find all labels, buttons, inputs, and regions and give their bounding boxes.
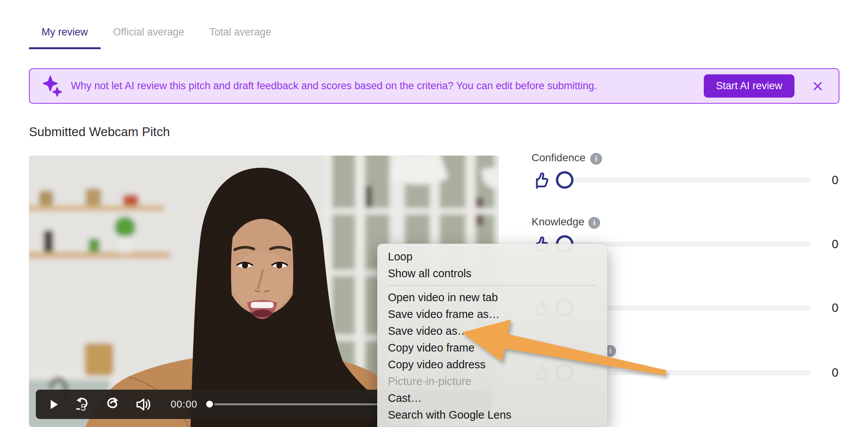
play-icon bbox=[50, 399, 59, 410]
play-button[interactable] bbox=[46, 390, 62, 419]
confidence-slider-thumb[interactable] bbox=[556, 171, 573, 189]
video-time: 00:00 bbox=[171, 390, 197, 419]
video-progress-thumb[interactable] bbox=[206, 401, 213, 408]
menu-item-save-video-as[interactable]: Save video as… bbox=[377, 323, 607, 339]
menu-item-show-all-controls[interactable]: Show all controls bbox=[377, 265, 607, 282]
menu-separator bbox=[388, 285, 597, 286]
menu-item-loop[interactable]: Loop bbox=[377, 248, 607, 265]
criterion-label-confidence: Confidence bbox=[532, 152, 586, 164]
ai-review-banner: Why not let AI review this pitch and dra… bbox=[29, 68, 839, 104]
menu-item-open-video-in-new-tab[interactable]: Open video in new tab bbox=[377, 289, 607, 306]
confidence-value: 0 bbox=[832, 173, 838, 187]
menu-item-save-video-frame-as[interactable]: Save video frame as… bbox=[377, 306, 607, 323]
info-icon[interactable]: i bbox=[590, 153, 602, 165]
tab-my-review[interactable]: My review bbox=[29, 21, 101, 49]
confidence-slider-row: 0 bbox=[532, 171, 840, 189]
thumbs-up-icon[interactable] bbox=[532, 172, 549, 189]
sparkles-icon bbox=[43, 75, 63, 97]
menu-item-picture-in-picture: Picture-in-picture bbox=[377, 373, 607, 390]
menu-item-cast[interactable]: Cast… bbox=[377, 390, 607, 406]
skip-back-5-button[interactable]: 5 bbox=[74, 390, 91, 419]
skip-forward-button[interactable] bbox=[104, 390, 121, 419]
knowledge-value: 0 bbox=[832, 238, 838, 251]
menu-item-copy-video-address[interactable]: Copy video address bbox=[377, 356, 607, 373]
speaker-icon bbox=[136, 398, 152, 411]
criterion-label-knowledge: Knowledge bbox=[532, 216, 585, 228]
start-ai-review-button[interactable]: Start AI review bbox=[704, 74, 794, 98]
page-title: Submitted Webcam Pitch bbox=[29, 125, 170, 139]
review-page: My review Official average Total average… bbox=[0, 0, 868, 427]
tab-total-average[interactable]: Total average bbox=[197, 21, 284, 49]
tab-official-average[interactable]: Official average bbox=[101, 21, 197, 49]
info-icon[interactable]: i bbox=[588, 217, 600, 229]
review-tabs: My review Official average Total average bbox=[29, 21, 284, 49]
close-icon[interactable] bbox=[811, 80, 824, 93]
skip-forward-icon bbox=[104, 396, 121, 413]
video-context-menu: Loop Show all controls Open video in new… bbox=[377, 244, 607, 427]
banner-message: Why not let AI review this pitch and dra… bbox=[71, 80, 597, 92]
confidence-slider-track[interactable] bbox=[554, 178, 811, 183]
svg-text:5: 5 bbox=[81, 402, 86, 413]
menu-item-copy-video-frame[interactable]: Copy video frame bbox=[377, 339, 607, 356]
menu-item-search-with-google-lens[interactable]: Search with Google Lens bbox=[377, 406, 607, 423]
volume-button[interactable] bbox=[136, 390, 152, 419]
criterion-4-value: 0 bbox=[832, 366, 838, 380]
criterion-3-value: 0 bbox=[832, 301, 838, 315]
skip-back-5-icon: 5 bbox=[74, 396, 91, 413]
